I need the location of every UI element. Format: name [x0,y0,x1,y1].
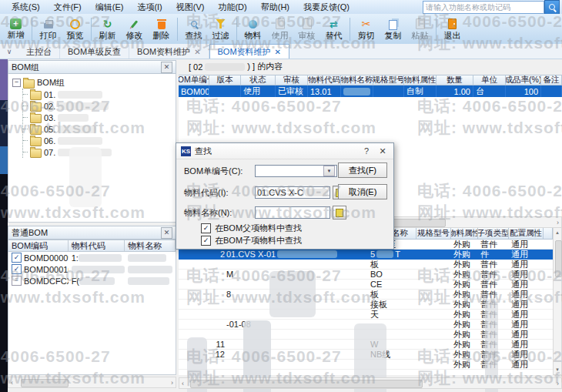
menu-item-3[interactable]: 选项(I) [130,1,169,14]
spec-cell [416,300,451,310]
scroll-left-icon[interactable]: ‹ [11,379,13,387]
column-header[interactable]: 规格型号 [373,75,404,85]
column-header[interactable]: 成品率(%) [506,75,541,85]
material-code-input[interactable]: 01.CVS X-C [255,186,330,199]
toolbar-button-预览[interactable]: 预览 [62,15,89,42]
column-header[interactable]: 物料属性 [404,75,437,85]
menu-item-1[interactable]: 文件(F) [47,1,89,14]
column-header[interactable] [544,228,553,239]
toolbar-button-label: 删除 [153,32,170,40]
toolbar-button-查找[interactable]: 查找 [180,15,207,42]
toolbar-button-替代[interactable]: ⇄替代 [320,15,347,42]
menu-item-5[interactable]: 功能(D) [211,1,253,14]
help-icon[interactable]: ? [360,146,373,156]
scroll-left-icon[interactable]: ‹ [182,380,184,387]
scroll-right-icon[interactable]: › [171,379,173,387]
scroll-down-icon[interactable]: ▾ [556,367,559,373]
close-icon[interactable]: ✕ [376,146,389,156]
toolbar-button-删除[interactable]: 删除 [148,15,175,42]
left-horizontal-scrollbar[interactable]: ‹ › [8,377,176,388]
tab-2[interactable]: BOM资料维护✕ [129,45,209,59]
dialog-title-bar[interactable]: KS 查找 ? ✕ [176,143,393,159]
table-row[interactable]: 8板外购普件通用 [179,290,553,300]
table-row[interactable]: MBO外购普件通用 [179,270,553,280]
column-header[interactable]: 数量 [437,75,473,85]
toolbar-button-label: 物料 [245,32,262,40]
column-header[interactable]: 物料属性 [451,228,478,239]
lookup-button[interactable] [333,206,346,219]
chevron-down-icon[interactable]: ∨ [0,48,18,59]
menu-item-2[interactable]: 编辑(E) [89,1,131,14]
tab-close-icon[interactable]: ✕ [194,48,200,56]
tree-item-0[interactable]: 01. [23,89,176,100]
toolbar-button-打印[interactable]: 打印 [35,15,62,42]
menu-item-6[interactable]: 帮助(H) [254,1,296,14]
column-header[interactable]: 子项类型 [478,228,509,239]
scrollbar-thumb[interactable] [555,240,562,277]
toolbar-button-过滤[interactable]: 过滤 [207,15,234,42]
chevron-down-icon[interactable]: ▼ [323,166,335,176]
bom-no-combobox[interactable]: ▼ [255,165,337,177]
close-icon[interactable]: ✕ [161,62,172,73]
list-item[interactable]: ≡BOMDCFCX004F( [8,275,176,286]
table-row[interactable]: CE外购普件通用 [179,280,553,290]
tab-close-icon[interactable]: ✕ [275,48,281,56]
column-header[interactable]: BOM单编号 [179,75,209,85]
menu-item-4[interactable]: 视图(V) [169,1,212,14]
list-item[interactable]: ✓BOMD00010 [8,263,176,275]
search-button[interactable] [544,0,560,15]
column-header[interactable]: 物料名称 [341,75,373,85]
folder-icon [30,91,42,100]
table-row[interactable]: 板外购普件通用 [179,260,553,270]
tree-item-label: 06. [44,136,55,146]
toolbar-button-退出[interactable]: 退出 [439,15,466,42]
column-header[interactable]: 审核 [276,75,308,85]
toolbar-button-复制[interactable]: 复制 [380,15,406,42]
toolbar-button-物料[interactable]: 物料 [239,15,266,42]
list-item[interactable]: ✓BOMD000091: [8,252,176,263]
menu-item-0[interactable]: 系统(S) [5,1,47,14]
tree-item-3[interactable]: 05. [23,123,176,135]
column-header[interactable]: 备注 [541,75,562,85]
scroll-right-icon[interactable]: › [557,380,559,387]
tree-expander-icon[interactable]: − [12,79,21,87]
toolbar-button-刷新[interactable]: ↻刷新 [94,15,121,42]
find-button[interactable]: 查找(F) [338,162,387,178]
toolbar-button-新增[interactable]: +新增 [2,15,29,42]
tab-0[interactable]: 主控台 [18,45,60,59]
cancel-button[interactable]: 取消(E) [338,184,387,199]
tab-1[interactable]: BOM单级反查 [60,45,129,59]
column-header[interactable]: 配置属性 [509,228,544,239]
column-header[interactable]: 物料代码 [308,75,341,85]
scroll-up-icon[interactable]: ▴ [556,230,559,236]
scrollbar-thumb[interactable] [21,379,69,387]
toolbar-button-剪切[interactable]: ✂剪切 [353,15,380,42]
column-header[interactable]: 单位 [473,75,506,85]
checkbox-parent-search[interactable]: ✓ [201,223,211,233]
menu-item-7[interactable]: 我要反馈(Q) [296,1,356,14]
checkbox-child-search[interactable]: ✓ [201,236,211,246]
column-header[interactable]: 状态 [241,75,276,85]
column-header[interactable]: 规格型号 [416,228,451,239]
row-num-code-cell [179,330,368,340]
detail-vertical-scrollbar[interactable]: ▴ ▾ [553,227,562,375]
tree-item-2[interactable]: 03. [23,112,176,123]
tab-3[interactable]: BOM资料维护✕ [209,44,289,59]
scroll-right-icon[interactable]: › [557,219,559,226]
sub-cell: 普件 [478,290,509,300]
tree-item-4[interactable]: 06. [23,135,176,146]
material-name-input[interactable] [255,206,330,219]
scrollbar-thumb[interactable] [190,380,423,388]
column-header[interactable]: 物料名称 [125,240,176,251]
column-header[interactable]: 物料代码 [69,240,125,251]
column-header[interactable]: 版本 [209,75,241,85]
tree-item-1[interactable]: 02. [23,100,176,112]
table-row[interactable]: 201.CVS X-015T外购件通用 [179,250,553,260]
detail-horizontal-scrollbar[interactable]: ‹ › [179,377,562,389]
tree-root[interactable]: −BOM组 [12,77,176,89]
toolbar-button-修改[interactable]: 修改 [121,15,148,42]
close-icon[interactable]: ✕ [161,227,172,239]
column-header[interactable]: BOM编码 [8,240,69,251]
search-input[interactable] [423,1,544,14]
bom-table-selected-row[interactable]: BOM00000使用已审核13.01自制1.00台100 [179,85,562,97]
